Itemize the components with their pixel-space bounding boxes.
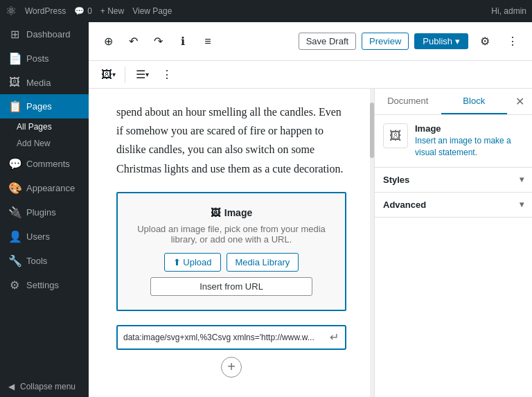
url-input-field[interactable] [118,328,323,346]
block-icon-box: 🖼 [383,123,408,148]
all-pages-label: All Pages [17,122,52,132]
styles-section-header[interactable]: Styles ▾ [375,168,532,192]
upload-button[interactable]: ⬆ Upload [164,253,221,272]
block-info-title: Image [415,123,524,134]
add-block-button[interactable]: + [221,357,242,378]
add-new-label: Add New [17,139,51,148]
save-draft-button[interactable]: Save Draft [299,33,356,50]
view-page-label: View Page [132,6,172,16]
settings-icon: ⚙ [8,279,21,292]
wp-logo-icon: ⚛ [6,3,17,19]
plugins-icon: 🔌 [8,206,21,219]
posts-icon: 📄 [8,52,21,65]
collapse-label: Collapse menu [20,382,76,391]
sidebar-item-label-posts: Posts [26,53,49,64]
content-text: spend about an hour smelling all the can… [116,103,346,178]
more-options-button[interactable]: ⋮ [502,30,524,53]
sidebar-item-plugins[interactable]: 🔌 Plugins [0,200,89,224]
details-button[interactable]: ℹ [172,30,194,53]
comment-count: 0 [87,6,92,16]
sidebar-item-posts[interactable]: 📄 Posts [0,46,89,71]
users-icon: 👤 [8,230,21,243]
block-type-icon: 🖼 [101,69,112,81]
insert-from-url-button[interactable]: Insert from URL [150,277,312,296]
image-block[interactable]: 🖼 Image Upload an image file, pick one f… [116,192,346,311]
block-more-options[interactable]: ⋮ [156,64,178,86]
site-name: WordPress [25,6,66,16]
collapse-icon: ◀ [8,382,15,391]
right-panel-header: Document Block ✕ [375,89,532,115]
sidebar-item-settings[interactable]: ⚙ Settings [0,273,89,297]
sidebar-item-label-appearance: Appearance [26,183,75,193]
sidebar-subitem-all-pages[interactable]: All Pages [0,118,89,135]
publish-label: Publish [423,36,452,46]
sidebar-item-pages[interactable]: 📋 Pages [0,94,89,118]
sidebar-item-users[interactable]: 👤 Users [0,224,89,249]
undo-button[interactable]: ↶ [122,30,144,53]
hi-admin-label: Hi, admin [491,6,526,16]
styles-section: Styles ▾ [375,168,532,193]
sidebar-item-appearance[interactable]: 🎨 Appearance [0,176,89,200]
toolbar-right: Save Draft Preview Publish ▾ ⚙ ⋮ [299,30,524,53]
block-align-button[interactable]: ☰ ▾ [131,64,153,86]
new-content-link[interactable]: + New [100,6,124,16]
image-block-description: Upload an image file, pick one from your… [132,224,331,245]
add-icon: + [227,359,236,375]
settings-panel-toggle[interactable]: ⚙ [474,30,496,53]
scrollbar-thumb[interactable] [370,103,374,158]
advanced-section: Advanced ▾ [375,193,532,218]
sidebar-item-label-settings: Settings [26,280,59,290]
sidebar-item-tools[interactable]: 🔧 Tools [0,249,89,273]
sidebar-item-label-dashboard: Dashboard [26,29,71,39]
image-block-title: 🖼 Image [132,207,331,218]
view-page-link[interactable]: View Page [132,6,172,16]
list-view-button[interactable]: ≡ [197,30,219,53]
comments-link[interactable]: 💬 0 [74,6,92,16]
right-panel: Document Block ✕ 🖼 Image Insert an image… [374,89,532,397]
editor-container: ⊕ ↶ ↷ ℹ ≡ Save Draft Preview Publish ▾ ⚙… [89,22,532,397]
collapse-menu-button[interactable]: ◀ Collapse menu [0,376,89,397]
advanced-label: Advanced [383,200,426,210]
preview-button[interactable]: Preview [362,33,409,50]
wp-logo-link[interactable]: ⚛ [6,3,17,19]
site-name-link[interactable]: WordPress [25,6,66,16]
redo-button[interactable]: ↷ [147,30,169,53]
comment-icon: 💬 [74,6,85,16]
dashboard-icon: ⊞ [8,28,21,41]
block-info-section: 🖼 Image Insert an image to make a visual… [375,115,532,168]
tab-block[interactable]: Block [441,89,508,114]
sidebar-item-dashboard[interactable]: ⊞ Dashboard [0,22,89,46]
main-layout: ⊞ Dashboard 📄 Posts 🖼 Media 📋 Pages All … [0,22,532,397]
styles-chevron-icon: ▾ [520,175,524,184]
sidebar-item-label-users: Users [26,231,50,242]
tab-document[interactable]: Document [375,89,441,114]
publish-arrow: ▾ [455,36,460,46]
admin-bar-right: Hi, admin [491,6,526,16]
sidebar-item-media[interactable]: 🖼 Media [0,71,89,94]
pages-icon: 📋 [8,100,21,113]
block-panel-icon: 🖼 [389,129,402,143]
block-info-text: Image Insert an image to make a visual s… [415,123,524,159]
media-library-button[interactable]: Media Library [227,253,299,272]
sidebar: ⊞ Dashboard 📄 Posts 🖼 Media 📋 Pages All … [0,22,89,397]
block-type-button[interactable]: 🖼 ▾ [97,64,119,86]
advanced-section-header[interactable]: Advanced ▾ [375,193,532,217]
scrollbar-track[interactable] [370,89,374,397]
url-input-bar[interactable]: ↵ [116,325,346,350]
panel-close-button[interactable]: ✕ [507,89,532,114]
editor-toolbar: ⊕ ↶ ↷ ℹ ≡ Save Draft Preview Publish ▾ ⚙… [89,22,532,61]
url-submit-button[interactable]: ↵ [323,326,345,349]
new-label: + New [100,6,124,16]
content-area[interactable]: spend about an hour smelling all the can… [89,89,374,397]
sidebar-item-comments[interactable]: 💬 Comments [0,152,89,176]
advanced-chevron-icon: ▾ [520,200,524,209]
sidebar-item-label-pages: Pages [26,101,52,112]
toolbar-separator [125,67,125,83]
add-block-toolbar-button[interactable]: ⊕ [97,30,119,53]
image-block-icon: 🖼 [211,207,220,218]
align-icon: ☰ [136,68,145,81]
block-toolbar-strip: 🖼 ▾ ☰ ▾ ⋮ [89,61,532,89]
sidebar-subitem-add-new[interactable]: Add New [0,135,89,152]
publish-button[interactable]: Publish ▾ [414,33,468,49]
comments-icon: 💬 [8,157,21,170]
